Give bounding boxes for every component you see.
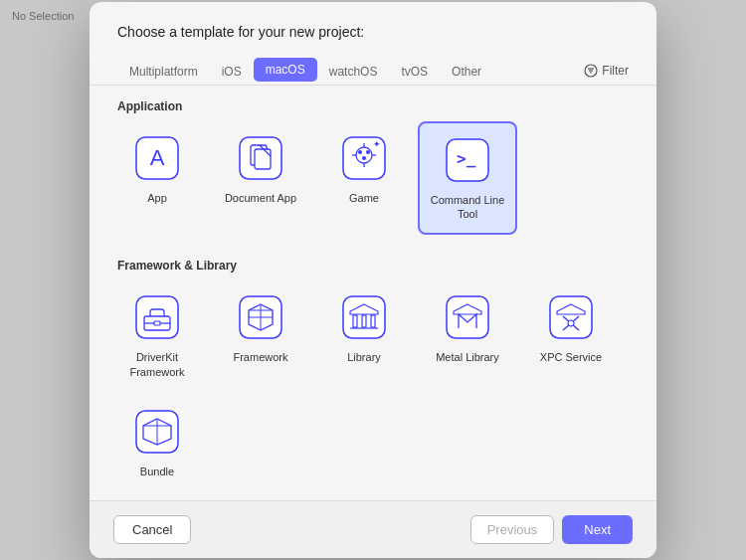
tab-macos[interactable]: macOS [254,58,317,82]
svg-text:>_: >_ [457,149,476,168]
section-application-title: Application [107,86,639,121]
template-item-framework[interactable]: Framework [211,280,310,391]
framework-icon [236,292,285,342]
svg-point-17 [362,156,366,160]
template-item-xpc-service[interactable]: XPC Service [521,280,621,391]
bundle-label: Bundle [140,465,174,478]
tab-other[interactable]: Other [440,60,493,84]
driverkit-icon [132,292,182,342]
bundle-icon [132,407,182,457]
nav-button-group: Previous Next [470,515,633,544]
game-icon: ✦ [339,133,389,183]
template-item-game[interactable]: ✦ Game [314,121,414,236]
template-item-command-line-tool[interactable]: >_ Command Line Tool [418,121,517,236]
dialog-header: Choose a template for your new project: [90,2,656,50]
library-label: Library [347,350,381,364]
dialog-footer: Cancel Previous Next [90,500,656,558]
cancel-button[interactable]: Cancel [113,515,191,544]
dialog-title: Choose a template for your new project: [117,24,629,40]
section-framework-title: Framework & Library [107,245,639,280]
template-item-library[interactable]: Library [314,280,414,391]
app-icon: A [132,133,182,183]
library-icon [339,292,389,342]
metal-library-icon [443,292,492,342]
tab-bar: Multiplatform iOS macOS watchOS tvOS Oth… [90,50,656,86]
svg-rect-8 [255,149,271,169]
previous-button[interactable]: Previous [470,515,555,544]
svg-text:✦: ✦ [373,139,381,149]
svg-point-15 [358,150,362,154]
template-item-document-app[interactable]: Document App [211,121,310,236]
svg-point-16 [366,150,370,154]
document-app-label: Document App [225,191,296,205]
svg-text:A: A [150,145,165,170]
filter-button[interactable]: Filter [584,64,629,78]
framework-items-grid: DriverKit Framework Framework [107,280,639,500]
template-item-driverkit[interactable]: DriverKit Framework [107,280,207,391]
driverkit-label: DriverKit Framework [115,350,199,379]
xpc-service-icon [546,292,596,342]
svg-rect-24 [154,321,160,325]
app-label: App [147,191,167,205]
next-button[interactable]: Next [562,515,633,544]
command-line-tool-label: Command Line Tool [428,193,507,222]
template-dialog: Choose a template for your new project: … [90,2,656,558]
framework-label: Framework [233,350,287,364]
svg-point-42 [568,320,574,326]
tab-tvos[interactable]: tvOS [389,60,440,84]
tab-watchos[interactable]: watchOS [317,60,390,84]
svg-rect-38 [550,296,592,338]
tab-multiplatform[interactable]: Multiplatform [117,60,210,84]
svg-rect-21 [136,296,178,338]
template-item-app[interactable]: A App [107,121,207,236]
template-item-bundle[interactable]: Bundle [107,395,207,490]
svg-rect-36 [447,296,488,338]
no-selection-label: No Selection [12,10,74,22]
document-app-icon [236,133,285,183]
template-item-metal-library[interactable]: Metal Library [418,280,517,391]
template-grid-body: Application A App [90,86,656,500]
game-label: Game [349,191,379,205]
application-items-grid: A App Document App [107,121,639,246]
metal-library-label: Metal Library [436,350,499,364]
filter-label: Filter [602,64,629,78]
svg-rect-30 [343,296,385,338]
xpc-service-label: XPC Service [540,350,602,364]
command-line-tool-icon: >_ [443,135,492,185]
tab-ios[interactable]: iOS [210,60,254,84]
